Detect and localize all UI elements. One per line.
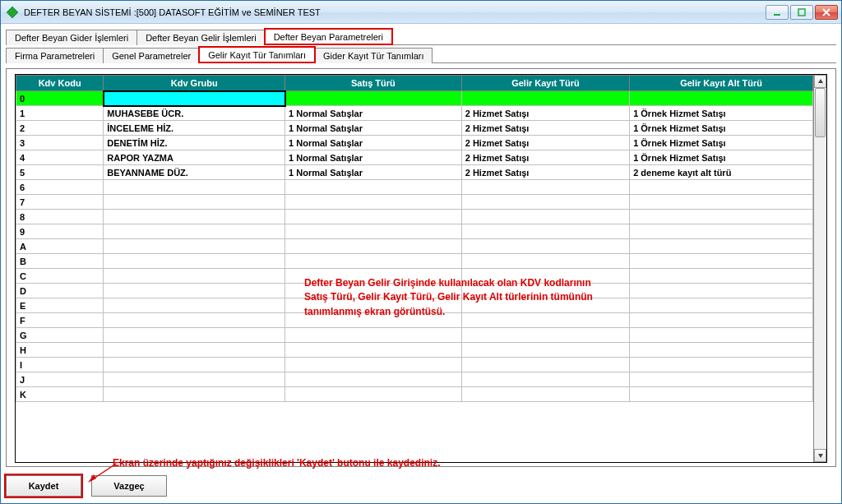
cell[interactable] bbox=[285, 372, 462, 387]
cell[interactable] bbox=[630, 91, 813, 106]
cell[interactable]: 5 bbox=[16, 165, 104, 180]
cell[interactable] bbox=[285, 313, 462, 328]
cell[interactable]: 2 Hizmet Satışı bbox=[461, 121, 629, 136]
cell[interactable]: RAPOR YAZMA bbox=[104, 150, 285, 165]
cell[interactable] bbox=[630, 387, 813, 402]
table-row[interactable]: 1MUHASEBE ÜCR.1 Normal Satışlar2 Hizmet … bbox=[16, 106, 813, 121]
cell[interactable] bbox=[104, 239, 285, 254]
cell[interactable] bbox=[104, 224, 285, 239]
cell[interactable] bbox=[461, 387, 629, 402]
cell[interactable]: 1 Normal Satışlar bbox=[285, 106, 462, 121]
save-button[interactable]: Kaydet bbox=[6, 475, 81, 497]
cell[interactable] bbox=[285, 284, 462, 298]
cell[interactable] bbox=[104, 269, 285, 284]
cell[interactable]: BEYANNAME DÜZ. bbox=[104, 165, 285, 180]
cell[interactable] bbox=[630, 269, 813, 284]
cell[interactable]: C bbox=[16, 269, 104, 284]
cell[interactable] bbox=[104, 387, 285, 402]
cell[interactable]: A bbox=[16, 239, 104, 254]
cell[interactable] bbox=[461, 91, 629, 106]
tab-top-0[interactable]: Defter Beyan Gider İşlemleri bbox=[6, 30, 137, 45]
cell[interactable]: 9 bbox=[16, 224, 104, 239]
cell[interactable] bbox=[104, 210, 285, 224]
cell[interactable] bbox=[285, 387, 462, 402]
cell[interactable]: G bbox=[16, 328, 104, 343]
cell[interactable]: DENETİM HİZ. bbox=[104, 136, 285, 150]
cell[interactable] bbox=[285, 210, 462, 224]
table-row[interactable]: 4RAPOR YAZMA1 Normal Satışlar2 Hizmet Sa… bbox=[16, 150, 813, 165]
minimize-button[interactable] bbox=[766, 5, 789, 20]
cell[interactable]: 1 Normal Satışlar bbox=[285, 121, 462, 136]
table-row[interactable]: 9 bbox=[16, 224, 813, 239]
table-row[interactable]: F bbox=[16, 313, 813, 328]
cell[interactable]: E bbox=[16, 298, 104, 313]
cell[interactable] bbox=[285, 254, 462, 269]
cell[interactable]: MUHASEBE ÜCR. bbox=[104, 106, 285, 121]
cell[interactable] bbox=[461, 358, 629, 372]
vertical-scrollbar[interactable] bbox=[813, 75, 826, 462]
cell[interactable] bbox=[630, 358, 813, 372]
cell[interactable] bbox=[461, 372, 629, 387]
cell[interactable] bbox=[285, 180, 462, 195]
cell[interactable]: 1 Örnek Hizmet Satışı bbox=[630, 106, 813, 121]
tab-top-1[interactable]: Defter Beyan Gelir İşlemleri bbox=[136, 30, 266, 45]
cell[interactable] bbox=[285, 298, 462, 313]
cell[interactable] bbox=[461, 210, 629, 224]
cell[interactable] bbox=[104, 180, 285, 195]
column-header[interactable]: Kdv Kodu bbox=[16, 76, 104, 91]
tab-sub-0[interactable]: Firma Parametreleri bbox=[6, 48, 104, 63]
cell[interactable]: 2 deneme kayıt alt türü bbox=[630, 165, 813, 180]
data-grid[interactable]: Kdv KoduKdv GrubuSatış TürüGelir Kayıt T… bbox=[16, 75, 813, 402]
table-row[interactable]: 7 bbox=[16, 195, 813, 210]
table-row[interactable]: E bbox=[16, 298, 813, 313]
table-row[interactable]: G bbox=[16, 328, 813, 343]
cell[interactable]: 1 Normal Satışlar bbox=[285, 150, 462, 165]
cell[interactable]: 7 bbox=[16, 195, 104, 210]
cell[interactable] bbox=[461, 343, 629, 358]
table-row[interactable]: H bbox=[16, 343, 813, 358]
cell[interactable]: 2 Hizmet Satışı bbox=[461, 136, 629, 150]
cell[interactable]: 1 bbox=[16, 106, 104, 121]
cell[interactable] bbox=[630, 254, 813, 269]
column-header[interactable]: Satış Türü bbox=[285, 76, 462, 91]
cell[interactable] bbox=[630, 284, 813, 298]
cell[interactable] bbox=[461, 328, 629, 343]
table-row[interactable]: C bbox=[16, 269, 813, 284]
cell[interactable] bbox=[461, 224, 629, 239]
cell[interactable]: 0 bbox=[16, 91, 104, 106]
cell[interactable] bbox=[285, 343, 462, 358]
cell[interactable] bbox=[285, 328, 462, 343]
cell[interactable]: 2 Hizmet Satışı bbox=[461, 150, 629, 165]
table-row[interactable]: 5BEYANNAME DÜZ.1 Normal Satışlar2 Hizmet… bbox=[16, 165, 813, 180]
cell[interactable] bbox=[461, 298, 629, 313]
cell[interactable] bbox=[285, 269, 462, 284]
cell[interactable] bbox=[461, 313, 629, 328]
tab-sub-3[interactable]: Gider Kayıt Tür Tanımları bbox=[314, 48, 433, 63]
scroll-up-arrow[interactable] bbox=[814, 75, 826, 88]
cell[interactable] bbox=[285, 239, 462, 254]
table-row[interactable]: 3DENETİM HİZ.1 Normal Satışlar2 Hizmet S… bbox=[16, 136, 813, 150]
table-row[interactable]: I bbox=[16, 358, 813, 372]
cell[interactable] bbox=[104, 91, 285, 106]
cell[interactable]: İNCELEME HİZ. bbox=[104, 121, 285, 136]
cell[interactable] bbox=[630, 239, 813, 254]
tab-sub-1[interactable]: Genel Parametreler bbox=[103, 48, 200, 63]
table-row[interactable]: 8 bbox=[16, 210, 813, 224]
tab-sub-2[interactable]: Gelir Kayıt Tür Tanımları bbox=[199, 47, 315, 62]
cell[interactable] bbox=[104, 328, 285, 343]
cell[interactable]: H bbox=[16, 343, 104, 358]
table-row[interactable]: K bbox=[16, 387, 813, 402]
cell[interactable]: D bbox=[16, 284, 104, 298]
table-row[interactable]: 6 bbox=[16, 180, 813, 195]
cell[interactable]: B bbox=[16, 254, 104, 269]
cell[interactable]: K bbox=[16, 387, 104, 402]
cell[interactable] bbox=[461, 239, 629, 254]
table-row[interactable]: 2İNCELEME HİZ.1 Normal Satışlar2 Hizmet … bbox=[16, 121, 813, 136]
cell[interactable] bbox=[285, 358, 462, 372]
tab-top-2[interactable]: Defter Beyan Parametreleri bbox=[265, 29, 392, 44]
cell[interactable] bbox=[104, 284, 285, 298]
close-button[interactable] bbox=[815, 5, 838, 20]
cell[interactable] bbox=[104, 195, 285, 210]
cell[interactable]: 1 Normal Satışlar bbox=[285, 136, 462, 150]
cell[interactable]: I bbox=[16, 358, 104, 372]
